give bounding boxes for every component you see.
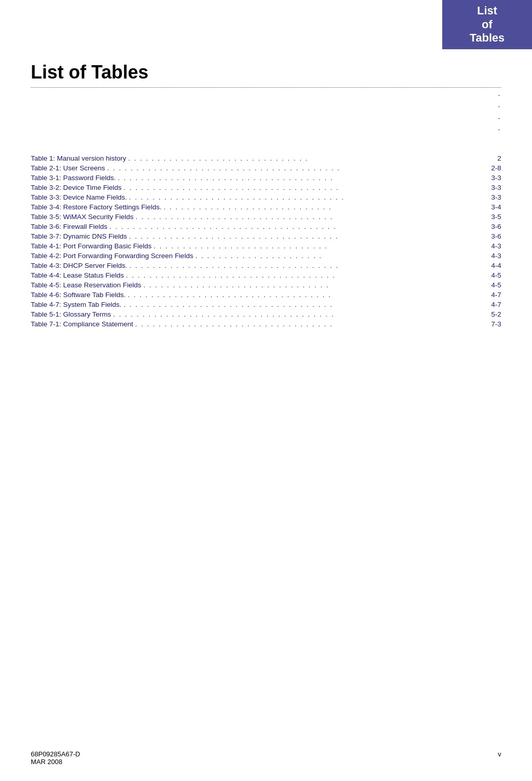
footer-date: MAR 2008 — [31, 758, 80, 766]
toc-entry[interactable]: Table 4-2: Port Forwarding Forwarding Sc… — [31, 252, 501, 260]
footer-right: v — [498, 750, 502, 766]
toc-dots: . . . . . . . . . . . . . . . . . . . . … — [143, 281, 481, 289]
toc-title: Table 1: Manual version history — [31, 154, 126, 162]
toc-title: Table 3-7: Dynamic DNS Fields — [31, 232, 127, 240]
toc-dots: . . . . . . . . . . . . . . . . . . . . … — [154, 242, 481, 250]
toc-page: 7-3 — [483, 320, 501, 328]
toc-title: Table 2-1: User Screens — [31, 164, 105, 172]
toc-dots: . . . . . . . . . . . . . . . . . . . . … — [129, 262, 481, 269]
page-title: List of Tables — [31, 62, 501, 83]
footer-doc-id: 68P09285A67-D — [31, 750, 80, 758]
toc-entry[interactable]: Table 3-6: Firewall Fields . . . . . . .… — [31, 223, 501, 230]
toc-page: 4-4 — [483, 262, 501, 269]
toc-page: 3-5 — [483, 213, 501, 221]
toc-dots: . . . . . . . . . . . . . . . . . . . . … — [124, 184, 481, 191]
toc-title: Table 4-6: Software Tab Fields. — [31, 291, 126, 299]
toc-title: Table 7-1: Compliance Statement — [31, 320, 133, 328]
toc-entry[interactable]: Table 7-1: Compliance Statement . . . . … — [31, 320, 501, 328]
toc-title: Table 3-4: Restore Factory Settings Fiel… — [31, 203, 162, 211]
toc-page: 2-8 — [483, 164, 501, 172]
toc-page: 4-5 — [483, 271, 501, 279]
vertical-dots: . . . . — [31, 88, 501, 134]
toc-title: Table 4-1: Port Forwarding Basic Fields — [31, 242, 152, 250]
toc-entry[interactable]: Table 2-1: User Screens . . . . . . . . … — [31, 164, 501, 172]
toc-entry[interactable]: Table 4-4: Lease Status Fields . . . . .… — [31, 271, 501, 279]
toc-entry[interactable]: Table 1: Manual version history . . . . … — [31, 154, 501, 162]
toc-entry[interactable]: Table 3-3: Device Name Fields. . . . . .… — [31, 193, 501, 201]
footer: 68P09285A67-D MAR 2008 v — [31, 750, 501, 766]
footer-page: v — [498, 750, 502, 758]
toc-dots: . . . . . . . . . . . . . . . . . . . . … — [135, 320, 481, 328]
toc-dots: . . . . . . . . . . . . . . . . . . . . … — [129, 232, 481, 240]
toc-entry[interactable]: Table 3-2: Device Time Fields . . . . . … — [31, 184, 501, 191]
toc-entry[interactable]: Table 4-1: Port Forwarding Basic Fields … — [31, 242, 501, 250]
toc-page: 3-3 — [483, 193, 501, 201]
toc-title: Table 4-5: Lease Reservation Fields — [31, 281, 141, 289]
toc-page: 2 — [483, 154, 501, 162]
toc-entry[interactable]: Table 4-3: DHCP Server Fields. . . . . .… — [31, 262, 501, 269]
toc-page: 3-3 — [483, 174, 501, 182]
footer-left: 68P09285A67-D MAR 2008 — [31, 750, 80, 766]
main-content: List of Tables . . . . Table 1: Manual v… — [0, 0, 532, 371]
toc-dots: . . . . . . . . . . . . . . . . . . . . … — [118, 174, 481, 182]
toc-page: 3-4 — [483, 203, 501, 211]
toc-dots: . . . . . . . . . . . . . . . . . . . . … — [129, 193, 481, 201]
toc-page: 3-3 — [483, 184, 501, 191]
toc-dots: . . . . . . . . . . . . . . . . . . . . … — [109, 223, 481, 230]
toc-title: Table 3-5: WiMAX Security Fields — [31, 213, 133, 221]
toc-dots: . . . . . . . . . . . . . . . . . . . . … — [128, 154, 481, 162]
toc-title: Table 3-3: Device Name Fields. — [31, 193, 127, 201]
toc-page: 3-6 — [483, 232, 501, 240]
toc-title: Table 4-4: Lease Status Fields — [31, 271, 124, 279]
toc-dots: . . . . . . . . . . . . . . . . . . . . … — [135, 213, 481, 221]
toc-entry[interactable]: Table 3-7: Dynamic DNS Fields . . . . . … — [31, 232, 501, 240]
toc-title: Table 4-7: System Tab Fields. — [31, 301, 122, 308]
toc-title: Table 4-2: Port Forwarding Forwarding Sc… — [31, 252, 193, 260]
toc-page: 4-3 — [483, 252, 501, 260]
toc-dots: . . . . . . . . . . . . . . . . . . . . … — [164, 203, 481, 211]
toc-entry[interactable]: Table 5-1: Glossary Terms . . . . . . . … — [31, 310, 501, 318]
toc-title: Table 4-3: DHCP Server Fields. — [31, 262, 127, 269]
toc-dots: . . . . . . . . . . . . . . . . . . . . … — [195, 252, 481, 260]
toc-page: 4-5 — [483, 281, 501, 289]
toc-page: 4-3 — [483, 242, 501, 250]
table-of-contents: Table 1: Manual version history . . . . … — [31, 154, 501, 328]
toc-title: Table 3-6: Firewall Fields — [31, 223, 107, 230]
toc-entry[interactable]: Table 4-6: Software Tab Fields. . . . . … — [31, 291, 501, 299]
tab-label: List of Tables — [442, 0, 532, 49]
toc-title: Table 3-2: Device Time Fields — [31, 184, 122, 191]
toc-page: 5-2 — [483, 310, 501, 318]
toc-title: Table 5-1: Glossary Terms — [31, 310, 111, 318]
toc-entry[interactable]: Table 4-7: System Tab Fields. . . . . . … — [31, 301, 501, 308]
toc-entry[interactable]: Table 3-1: Password Fields. . . . . . . … — [31, 174, 501, 182]
toc-page: 3-6 — [483, 223, 501, 230]
toc-dots: . . . . . . . . . . . . . . . . . . . . … — [107, 164, 481, 172]
toc-entry[interactable]: Table 3-4: Restore Factory Settings Fiel… — [31, 203, 501, 211]
toc-dots: . . . . . . . . . . . . . . . . . . . . … — [124, 301, 481, 308]
toc-page: 4-7 — [483, 291, 501, 299]
toc-dots: . . . . . . . . . . . . . . . . . . . . … — [126, 271, 481, 279]
toc-entry[interactable]: Table 3-5: WiMAX Security Fields . . . .… — [31, 213, 501, 221]
toc-title: Table 3-1: Password Fields. — [31, 174, 116, 182]
toc-dots: . . . . . . . . . . . . . . . . . . . . … — [128, 291, 481, 299]
toc-entry[interactable]: Table 4-5: Lease Reservation Fields . . … — [31, 281, 501, 289]
toc-page: 4-7 — [483, 301, 501, 308]
toc-dots: . . . . . . . . . . . . . . . . . . . . … — [113, 310, 481, 318]
